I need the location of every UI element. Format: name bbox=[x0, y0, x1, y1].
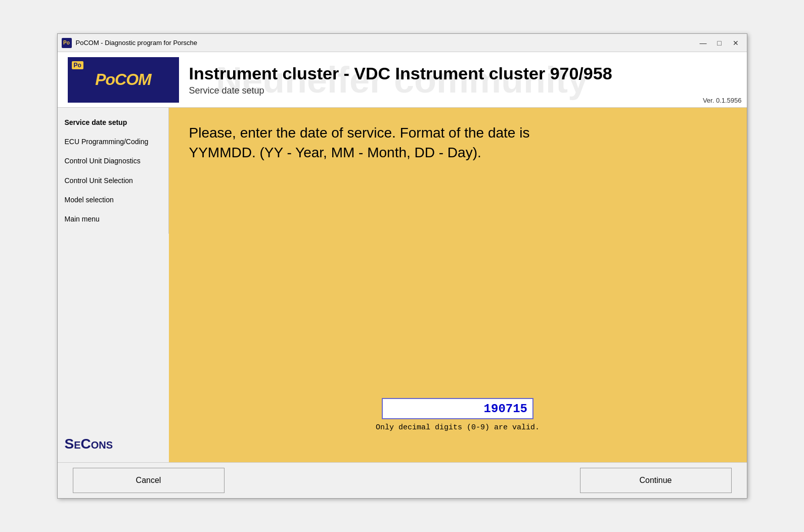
hint-text: Only decimal digits (0-9) are valid. bbox=[376, 423, 540, 432]
minimize-button[interactable]: — bbox=[696, 37, 710, 49]
sidebar-footer-brand: SeCons bbox=[65, 436, 113, 452]
sidebar-item-service-date[interactable]: Service date setup bbox=[58, 113, 168, 132]
main-window: Po PoCOM - Diagnostic program for Porsch… bbox=[57, 33, 747, 499]
logo-po-badge: Po bbox=[72, 61, 83, 69]
sidebar: Service date setup ECU Programming/Codin… bbox=[58, 108, 169, 234]
instruction-text: Please, enter the date of service. Forma… bbox=[189, 123, 594, 162]
window-controls: — □ ✕ bbox=[696, 37, 743, 49]
close-button[interactable]: ✕ bbox=[729, 37, 743, 49]
sidebar-wrapper: Service date setup ECU Programming/Codin… bbox=[58, 108, 169, 462]
page-main-title: Instrument cluster - VDC Instrument clus… bbox=[189, 64, 737, 83]
continue-button[interactable]: Continue bbox=[580, 468, 732, 493]
cancel-button[interactable]: Cancel bbox=[73, 468, 225, 493]
app-header: Po PoCOM Neunelfer community Instrument … bbox=[58, 52, 747, 108]
logo-area: Po PoCOM bbox=[68, 57, 179, 103]
sidebar-item-model-selection[interactable]: Model selection bbox=[58, 190, 168, 209]
sidebar-item-main-menu[interactable]: Main menu bbox=[58, 209, 168, 229]
version-label: Ver. 0.1.5956 bbox=[703, 97, 742, 104]
title-bar: Po PoCOM - Diagnostic program for Porsch… bbox=[58, 34, 747, 52]
logo-text: PoCOM bbox=[95, 70, 151, 89]
restore-button[interactable]: □ bbox=[712, 37, 727, 49]
page-subtitle: Service date setup bbox=[189, 85, 737, 96]
input-section: Only decimal digits (0-9) are valid. bbox=[189, 398, 727, 432]
date-input-wrapper bbox=[382, 398, 533, 419]
sidebar-item-control-unit-selection[interactable]: Control Unit Selection bbox=[58, 171, 168, 190]
button-bar: Cancel Continue bbox=[58, 462, 747, 498]
date-input[interactable] bbox=[382, 398, 533, 419]
content-area: Please, enter the date of service. Forma… bbox=[169, 108, 747, 462]
main-content-area: Service date setup ECU Programming/Codin… bbox=[58, 108, 747, 462]
window-title: PoCOM - Diagnostic program for Porsche bbox=[76, 39, 696, 47]
sidebar-item-control-unit-diagnostics[interactable]: Control Unit Diagnostics bbox=[58, 151, 168, 170]
sidebar-item-ecu-programming[interactable]: ECU Programming/Coding bbox=[58, 132, 168, 151]
app-icon: Po bbox=[62, 38, 72, 48]
header-title-area: Instrument cluster - VDC Instrument clus… bbox=[189, 64, 737, 96]
